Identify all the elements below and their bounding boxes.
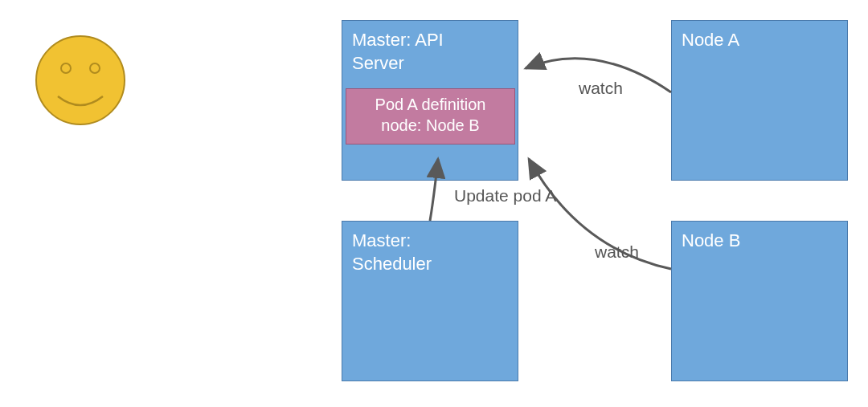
pod-label-line1: Pod A definition: [353, 94, 508, 115]
box-master-scheduler: Master: Scheduler: [342, 221, 518, 381]
svg-point-0: [36, 36, 125, 124]
pod-label-line2: node: Node B: [353, 115, 508, 136]
label-watch-a: watch: [579, 79, 623, 98]
box-label: Node A: [682, 29, 837, 52]
label-watch-b: watch: [595, 242, 639, 262]
label-update-pod: Update pod A: [454, 186, 556, 206]
box-label-line1: Master: API: [352, 29, 508, 52]
box-label-line1: Master:: [352, 230, 508, 253]
box-label: Node B: [682, 230, 837, 253]
box-pod-definition: Pod A definition node: Node B: [346, 88, 515, 144]
box-node-a: Node A: [671, 20, 848, 181]
box-node-b: Node B: [671, 221, 848, 381]
smiley-face-icon: [32, 32, 129, 128]
box-label-line2: Server: [352, 52, 508, 75]
box-label-line2: Scheduler: [352, 253, 508, 276]
